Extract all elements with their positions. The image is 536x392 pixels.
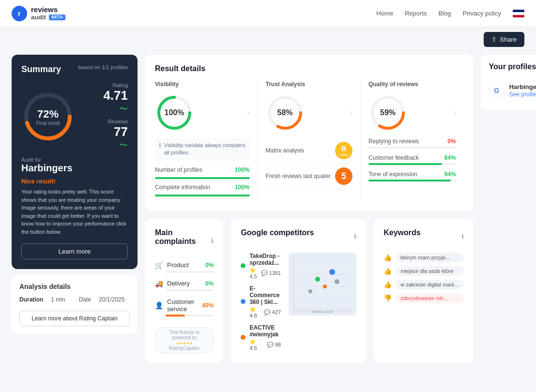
- learn-more-button[interactable]: Learn more: [21, 243, 128, 259]
- profiles-card: Your profiles G Harbingers See profile: [481, 55, 536, 110]
- complaint-delivery-header: 🚚 Delivery 0%: [155, 280, 214, 287]
- share-button[interactable]: ⇧ Share: [484, 32, 524, 47]
- powered-label: This feature is powered by: [169, 330, 199, 340]
- competitor-name-2: EACTIVE #wiemyjak: [249, 324, 281, 338]
- see-profile-link[interactable]: See profile: [509, 91, 536, 98]
- powered-by-area: This feature is powered by ★★★★★ RatingC…: [155, 323, 214, 353]
- nav-privacy[interactable]: Privacy policy: [463, 10, 501, 17]
- trust-percent: 58%: [277, 108, 293, 117]
- language-flag[interactable]: [513, 10, 524, 17]
- profile-name-0: Harbingers: [509, 83, 536, 90]
- google-icon: G: [489, 83, 505, 98]
- complete-info-bar: [155, 195, 250, 196]
- powered-brand: RatingCaptain: [169, 346, 199, 351]
- svg-point-18: [308, 289, 312, 293]
- competitor-rating-0: ⭐ 4.5: [249, 267, 257, 279]
- logo-icon: r: [12, 6, 27, 21]
- logo-reviews: reviews: [31, 6, 65, 14]
- reviews-label: Reviews: [103, 119, 128, 124]
- share-label: Share: [500, 36, 517, 43]
- main-nav: Home Reports Blog Privacy policy: [376, 10, 524, 17]
- logo: r reviews audit BETA: [12, 6, 65, 21]
- feedback-bar: [368, 163, 456, 165]
- fresh-value: 5: [341, 171, 346, 181]
- competitors-info-icon[interactable]: ℹ: [354, 233, 356, 240]
- keywords-list: 👍 którym mam przyje... 👍 miejsce dla osó…: [383, 253, 463, 303]
- fresh-badge: 5: [335, 167, 352, 185]
- competitor-rating-2: ⭐ 4.5: [249, 339, 263, 351]
- keyword-label-0: którym mam przyje...: [396, 253, 463, 262]
- summary-description: Your rating looks pretty well. This scor…: [21, 188, 128, 236]
- complaints-card: Main complaints ℹ 🛒 Product 0% 🚚: [145, 219, 223, 363]
- analysis-card: Analysis details Duration 1 min Date 20/…: [12, 275, 138, 334]
- tone-label: Tone of expression: [368, 171, 417, 178]
- rating-value: 4.71: [103, 88, 128, 103]
- reviews-value: 77: [103, 124, 128, 139]
- quality-chevron[interactable]: ›: [453, 108, 456, 117]
- matrix-row: Matrix analysis B Class: [266, 138, 353, 164]
- complaint-product: 🛒 Product 0%: [155, 261, 214, 273]
- nav-home[interactable]: Home: [376, 10, 393, 17]
- competitor-info-2: EACTIVE #wiemyjak ⭐ 4.5 💬 98: [249, 324, 281, 351]
- keywords-info-icon[interactable]: ℹ: [461, 233, 464, 240]
- reviews-trend: 〜: [103, 139, 128, 151]
- complaint-customer-service: 👤 Customer service 40%: [155, 298, 214, 317]
- profile-item-0: G Harbingers See profile: [489, 79, 536, 102]
- competitor-info-1: E-Commerce 360 | Skl... ⭐ 4.8 💬 427: [249, 285, 281, 318]
- service-label: Customer service: [167, 298, 194, 313]
- competitor-chart: Reviews Audit: [289, 253, 356, 316]
- svg-point-16: [329, 269, 335, 275]
- product-value: 0%: [205, 262, 214, 269]
- result-details-card: Result details Visibility 100% ›: [145, 55, 474, 211]
- keyword-2: 👍 w zakresie digital mark...: [383, 280, 463, 289]
- complaints-info-icon[interactable]: ℹ: [211, 237, 214, 244]
- trust-chevron[interactable]: ›: [350, 108, 352, 117]
- tone-bar: [368, 180, 456, 181]
- learn-rc-button[interactable]: Learn more about Rating Captain: [19, 311, 130, 326]
- service-icon: 👤: [155, 302, 163, 309]
- competitor-meta-0: ⭐ 4.5 💬 1381: [249, 267, 281, 279]
- competitor-0: TakeDrop - sprzedaż... ⭐ 4.5 💬 1381: [241, 253, 281, 279]
- competitor-dot-1: [241, 299, 245, 304]
- complaint-product-header: 🛒 Product 0%: [155, 261, 214, 269]
- quality-donut-row: 59% ›: [368, 93, 456, 132]
- date-label: Date: [79, 296, 91, 303]
- complaints-title: Main complaints: [155, 228, 211, 246]
- complete-info-label: Complete information: [155, 184, 210, 191]
- complaint-service-header: 👤 Customer service 40%: [155, 298, 214, 313]
- based-on: based on 1/1 profiles: [78, 64, 128, 70]
- nav-reports[interactable]: Reports: [405, 10, 427, 17]
- competitor-2: EACTIVE #wiemyjak ⭐ 4.5 💬 98: [241, 324, 281, 351]
- service-bar: [166, 315, 214, 317]
- visibility-metrics: Number of profiles 100% Complete informa…: [155, 166, 250, 196]
- final-percent-text: 72% Final result: [36, 108, 60, 126]
- center-column: Result details Visibility 100% ›: [145, 55, 474, 363]
- duration-value: 1 min: [51, 296, 65, 303]
- visibility-title: Visibility: [155, 81, 250, 88]
- keyword-1: 👍 miejsce dla osób które: [383, 266, 463, 276]
- replying-bar: [368, 147, 456, 149]
- visibility-chevron[interactable]: ›: [247, 108, 249, 117]
- nav-blog[interactable]: Blog: [439, 10, 451, 17]
- product-icon: 🛒: [155, 261, 163, 269]
- trust-donut-row: 58% ›: [266, 93, 353, 132]
- num-profiles-value: 100%: [235, 166, 250, 173]
- delivery-bar: [166, 289, 214, 291]
- visibility-note-text: Visibility variable always considers all…: [164, 142, 246, 157]
- analysis-title: Analysis details: [19, 283, 130, 290]
- date-value: 20/1/2025: [99, 296, 124, 303]
- fresh-label: Fresh reviews last quater: [266, 173, 331, 180]
- left-column: Summary based on 1/1 profiles 72% Final …: [12, 55, 138, 363]
- rating-reviews-side: Rating 4.71 〜 Reviews 77 〜: [103, 82, 128, 151]
- visibility-donut-row: 100% ›: [155, 93, 250, 132]
- visibility-note: ℹ Visibility variable always considers a…: [155, 138, 250, 161]
- complaints-header: Main complaints ℹ: [155, 228, 214, 254]
- keywords-header: Keywords ℹ: [383, 228, 463, 245]
- keyword-label-1: miejsce dla osób które: [396, 266, 463, 276]
- summary-card: Summary based on 1/1 profiles 72% Final …: [12, 55, 138, 269]
- feedback-label: Customer feedback: [368, 154, 419, 161]
- competitor-meta-1: ⭐ 4.8 💬 427: [249, 306, 281, 318]
- replying-header: Replying to reviews 0%: [368, 138, 456, 145]
- stars: ★★★★★: [176, 341, 193, 346]
- replying-row: Replying to reviews 0%: [368, 138, 456, 149]
